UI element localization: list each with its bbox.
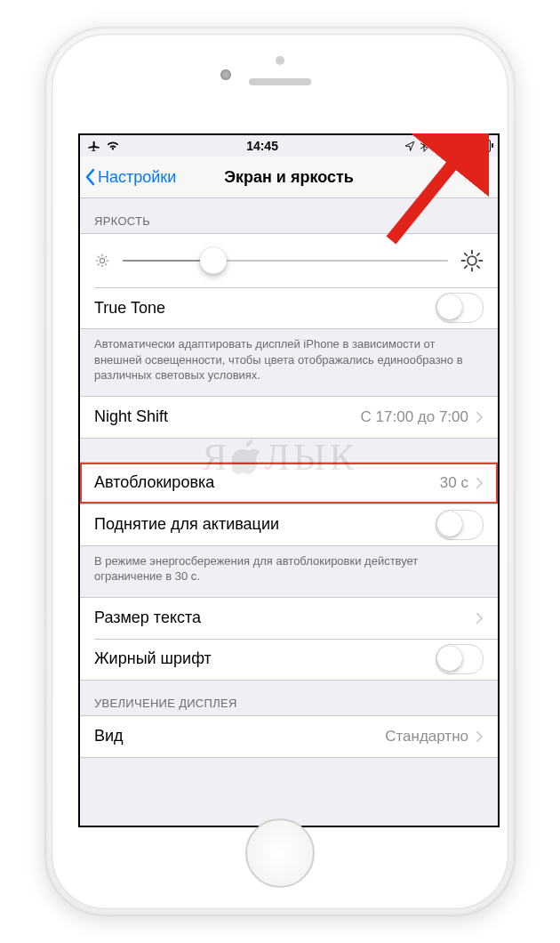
battery-percent: 70 %	[433, 139, 461, 153]
raise-to-wake-switch[interactable]	[436, 510, 484, 540]
group-autolock: Автоблокировка 30 с	[80, 462, 498, 504]
row-raise-to-wake[interactable]: Поднятие для активации	[80, 504, 498, 545]
row-night-shift[interactable]: Night Shift С 17:00 до 7:00	[80, 397, 498, 438]
chevron-right-icon	[476, 730, 484, 743]
svg-line-5	[98, 256, 99, 257]
brightness-slider[interactable]	[123, 260, 448, 262]
raise-to-wake-label: Поднятие для активации	[94, 515, 279, 534]
status-time: 14:45	[246, 139, 278, 153]
group-text: Размер текста Жирный шрифт	[80, 597, 498, 681]
location-icon	[404, 141, 415, 151]
night-shift-value: С 17:00 до 7:00	[361, 408, 468, 426]
section-header-brightness: ЯРКОСТЬ	[80, 198, 498, 233]
svg-line-14	[465, 254, 467, 255]
brightness-low-icon	[94, 253, 110, 269]
svg-line-17	[465, 266, 467, 268]
true-tone-label: True Tone	[94, 299, 165, 318]
row-true-tone[interactable]: True Tone	[80, 287, 498, 328]
autolock-value: 30 с	[440, 474, 468, 492]
group-zoom: Вид Стандартно	[80, 715, 498, 758]
battery-icon	[466, 140, 491, 152]
group-raise: Поднятие для активации	[80, 504, 498, 546]
sensor-dot	[276, 56, 284, 65]
group-brightness: True Tone	[80, 233, 498, 329]
back-label: Настройки	[98, 168, 176, 187]
bold-text-switch[interactable]	[436, 644, 484, 674]
raise-footer: В режиме энергосбережения для автоблокир…	[80, 546, 498, 597]
svg-point-0	[100, 258, 104, 262]
phone-frame: 14:45 70 %	[44, 27, 516, 916]
chevron-right-icon	[476, 612, 484, 625]
chevron-right-icon	[476, 477, 484, 489]
view-value: Стандартно	[385, 728, 468, 746]
front-camera	[220, 69, 231, 80]
phone-bezel: 14:45 70 %	[52, 34, 508, 909]
earpiece-speaker	[249, 78, 311, 85]
row-bold-text[interactable]: Жирный шрифт	[80, 639, 498, 680]
row-text-size[interactable]: Размер текста	[80, 598, 498, 639]
brightness-slider-row	[80, 234, 498, 287]
stage: 14:45 70 %	[0, 0, 560, 943]
true-tone-switch[interactable]	[436, 293, 484, 323]
section-header-zoom: УВЕЛИЧЕНИЕ ДИСПЛЕЯ	[80, 681, 498, 715]
slider-thumb[interactable]	[200, 247, 227, 274]
home-button[interactable]	[245, 818, 315, 888]
svg-line-16	[477, 254, 479, 255]
nav-bar: Настройки Экран и яркость	[80, 157, 498, 198]
view-label: Вид	[94, 727, 124, 746]
back-button[interactable]: Настройки	[80, 168, 176, 187]
wifi-icon	[106, 141, 120, 151]
svg-point-9	[468, 256, 476, 265]
svg-line-7	[106, 256, 107, 257]
svg-line-8	[98, 264, 99, 265]
bluetooth-icon	[420, 140, 428, 152]
row-view[interactable]: Вид Стандартно	[80, 716, 498, 757]
row-autolock[interactable]: Автоблокировка 30 с	[80, 463, 498, 504]
true-tone-footer: Автоматически адаптировать дисплей iPhon…	[80, 329, 498, 396]
screen: 14:45 70 %	[78, 133, 500, 827]
svg-line-15	[477, 266, 479, 268]
bold-text-label: Жирный шрифт	[94, 649, 212, 668]
settings-content[interactable]: ЯРКОСТЬ	[80, 198, 498, 826]
autolock-label: Автоблокировка	[94, 473, 214, 492]
svg-line-6	[106, 264, 107, 265]
group-night-shift: Night Shift С 17:00 до 7:00	[80, 396, 498, 439]
brightness-high-icon	[460, 249, 484, 272]
status-bar: 14:45 70 %	[80, 135, 498, 157]
text-size-label: Размер текста	[94, 609, 201, 627]
night-shift-label: Night Shift	[94, 407, 168, 426]
airplane-mode-icon	[87, 139, 101, 153]
chevron-right-icon	[476, 411, 484, 423]
spacer	[80, 439, 498, 462]
